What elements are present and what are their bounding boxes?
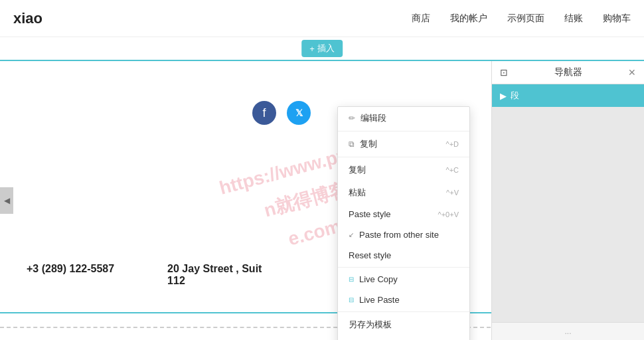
right-panel: ⊡ 导航器 ✕ ▶ 段 ... — [491, 61, 644, 340]
contact-area: +3 (289) 122-5587 20 Jay Street , Suit 1… — [27, 263, 262, 287]
insert-label: 插入 — [317, 42, 335, 54]
nav-links: 商店 我的帐户 示例页面 结账 购物车 — [412, 13, 631, 25]
shortcut-paste: ^+V — [446, 189, 459, 197]
twitter-icon[interactable]: 𝕏 — [287, 101, 311, 125]
context-menu-item-save-template[interactable]: 另存为模板 — [338, 313, 469, 336]
context-menu-item-edit-section[interactable]: ✏ 编辑段 — [338, 107, 469, 129]
panel-close-icon[interactable]: ✕ — [628, 67, 636, 78]
context-menu-item-paste-other[interactable]: ↙ Paste from other site — [338, 224, 469, 245]
address: 20 Jay Street , Suit 112 — [167, 263, 262, 287]
live-paste-icon: ⊟ — [349, 296, 354, 303]
paste-label: 粘贴 — [349, 187, 366, 199]
context-menu-item-copy[interactable]: 复制 ^+C — [338, 159, 469, 181]
social-icons: f 𝕏 — [252, 101, 311, 125]
duplicate-label: 复制 — [360, 138, 377, 150]
paste-other-label: Paste from other site — [359, 230, 439, 240]
context-menu-item-duplicate[interactable]: ⧉ 复制 ^+D — [338, 133, 469, 155]
nav-shop[interactable]: 商店 — [412, 13, 430, 25]
duplicate-icon: ⧉ — [349, 139, 355, 149]
right-panel-body — [492, 107, 644, 333]
shortcut-paste-style: ^+0+V — [438, 211, 459, 218]
nav-selected-label: 段 — [511, 90, 519, 102]
right-panel-footer: ... — [492, 322, 644, 340]
main-content: https://www.pytho n就得博客 e.com f 𝕏 +3 (28… — [0, 61, 644, 340]
right-panel-header: ⊡ 导航器 ✕ — [492, 61, 644, 84]
nav-cart[interactable]: 购物车 — [603, 13, 631, 25]
plus-icon: + — [309, 44, 315, 54]
context-menu-item-navigator[interactable]: ⊡ 导航器 — [338, 336, 469, 340]
context-menu: ✏ 编辑段 ⧉ 复制 ^+D 复制 ^+C 粘贴 ^+V — [337, 106, 470, 340]
panel-toggle-icon[interactable]: ⊡ — [500, 67, 508, 78]
copy-label: 复制 — [349, 164, 366, 176]
paste-style-label: Paste style — [349, 209, 391, 219]
nav-checkout[interactable]: 结账 — [564, 13, 583, 25]
save-template-label: 另存为模板 — [349, 319, 392, 331]
context-menu-item-paste-style[interactable]: Paste style ^+0+V — [338, 204, 469, 224]
phone-number: +3 (289) 122-5587 — [27, 263, 114, 275]
live-paste-label: Live Paste — [359, 295, 400, 305]
editor-toolbar: + 插入 — [0, 37, 644, 61]
divider-3 — [338, 267, 469, 268]
header: xiao 商店 我的帐户 示例页面 结账 购物车 — [0, 0, 644, 37]
facebook-icon[interactable]: f — [252, 101, 276, 125]
nav-example[interactable]: 示例页面 — [507, 13, 544, 25]
paste-other-icon: ↙ — [349, 231, 354, 238]
add-block-button[interactable]: + 插入 — [301, 40, 343, 57]
context-menu-item-paste[interactable]: 粘贴 ^+V — [338, 181, 469, 204]
context-menu-item-reset-style[interactable]: Reset style — [338, 245, 469, 266]
logo: xiao — [13, 10, 42, 27]
reset-style-label: Reset style — [349, 250, 391, 260]
shortcut-duplicate: ^+D — [445, 140, 459, 148]
context-menu-item-live-copy[interactable]: ⊟ Live Copy — [338, 269, 469, 290]
left-arrow[interactable]: ◀ — [0, 187, 13, 214]
panel-title: 导航器 — [508, 66, 628, 78]
nav-selected-item[interactable]: ▶ 段 — [492, 84, 644, 107]
nav-account[interactable]: 我的帐户 — [450, 13, 487, 25]
divider-4 — [338, 311, 469, 312]
address-line2: 112 — [167, 275, 262, 287]
address-line1: 20 Jay Street , Suit — [167, 263, 262, 275]
pencil-icon: ✏ — [349, 114, 355, 123]
live-copy-icon: ⊟ — [349, 276, 354, 283]
edit-section-label: 编辑段 — [361, 112, 386, 124]
expand-arrow: ▶ — [500, 91, 507, 101]
divider-2 — [338, 157, 469, 157]
shortcut-copy: ^+C — [445, 166, 459, 174]
live-copy-label: Live Copy — [359, 274, 398, 284]
divider-1 — [338, 131, 469, 131]
context-menu-item-live-paste[interactable]: ⊟ Live Paste — [338, 290, 469, 310]
